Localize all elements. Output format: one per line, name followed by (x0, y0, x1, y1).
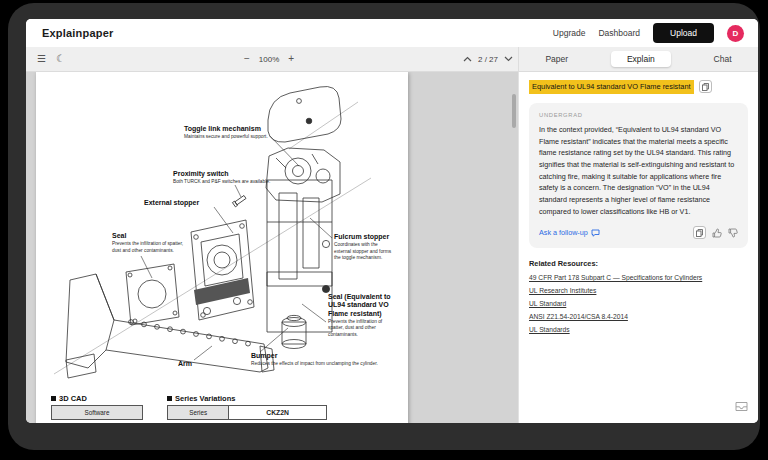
series-header-cell: Series (168, 406, 229, 419)
archive-tray-icon[interactable] (735, 398, 748, 416)
related-link-4[interactable]: ANSI Z21.54-2014/CSA 8.4-2014 (529, 313, 748, 320)
tab-chat[interactable]: Chat (704, 51, 742, 67)
avatar[interactable]: D (727, 25, 744, 42)
explanation-text: In the context provided, “Equivalent to … (539, 124, 738, 217)
viewer-scrollbar[interactable] (512, 94, 516, 128)
panel-tabs: Paper Explain Chat (518, 47, 758, 71)
chat-bubble-icon (591, 229, 600, 237)
dark-mode-icon[interactable]: ☾ (56, 54, 65, 64)
explain-panel: Equivalent to UL94 standard VO Flame res… (518, 72, 758, 423)
zoom-level: 100% (259, 55, 279, 64)
thumbs-up-icon[interactable] (712, 228, 722, 238)
app-window: Explainpaper Upgrade Dashboard Upload D … (26, 19, 758, 423)
ask-followup-link[interactable]: Ask a follow-up (539, 228, 600, 237)
upgrade-link[interactable]: Upgrade (553, 28, 586, 38)
section-3d-cad: 3D CAD (51, 394, 87, 403)
dashboard-link[interactable]: Dashboard (598, 28, 640, 38)
cad-table: Software (51, 405, 143, 420)
label-external-stopper: External stopper (144, 199, 224, 207)
thumbnails-menu-icon[interactable]: ☰ (37, 54, 46, 64)
label-proximity-switch: Proximity switch Both TURCK and P&F swit… (173, 170, 283, 186)
series-value-cell: CKZ2N (229, 406, 326, 419)
series-table: Series CKZ2N (167, 405, 327, 420)
viewer-toolbar: ☰ ☾ − 100% + 2 / 27 Paper Explain Ch (26, 47, 758, 72)
related-link-2[interactable]: UL Research Institutes (529, 287, 748, 294)
label-toggle-link-mechanism: Toggle link mechanism Maintains secure a… (184, 125, 314, 141)
related-link-3[interactable]: UL Standard (529, 300, 748, 307)
pdf-page: Toggle link mechanism Maintains secure a… (36, 72, 408, 423)
cad-software-cell: Software (52, 406, 142, 419)
explanation-card: UNDERGRAD In the context provided, “Equi… (529, 103, 748, 248)
thumbs-down-icon[interactable] (728, 228, 738, 238)
device-frame: Explainpaper Upgrade Dashboard Upload D … (8, 3, 760, 450)
related-link-5[interactable]: UL Standards (529, 326, 748, 333)
label-arm: Arm (178, 360, 212, 368)
tab-explain[interactable]: Explain (611, 51, 671, 67)
section-marker (51, 396, 56, 401)
zoom-in-button[interactable]: + (286, 54, 296, 64)
section-series-variations: Series Variations (167, 394, 235, 403)
copy-explanation-button[interactable] (693, 226, 706, 239)
copy-highlight-button[interactable] (699, 80, 712, 93)
related-link-1[interactable]: 49 CFR Part 178 Subpart C — Specificatio… (529, 274, 748, 281)
section-marker (167, 396, 172, 401)
brand-logo: Explainpaper (42, 27, 113, 39)
upload-button[interactable]: Upload (653, 23, 714, 43)
pdf-viewer: Toggle link mechanism Maintains secure a… (26, 72, 518, 423)
related-resources: Related Resources: 49 CFR Part 178 Subpa… (529, 259, 748, 333)
label-bumper: Bumper Reduces the effects of impact fro… (251, 352, 401, 368)
page-indicator: 2 / 27 (478, 55, 498, 64)
label-seal: Seal Prevents the infiltration of spatte… (112, 232, 186, 254)
label-fulcrum-stopper: Fulcrum stopper Coordinates with the ext… (334, 233, 396, 262)
highlighted-text: Equivalent to UL94 standard VO Flame res… (529, 80, 694, 94)
tab-paper[interactable]: Paper (535, 51, 578, 67)
page-down-icon[interactable] (504, 56, 513, 62)
level-badge: UNDERGRAD (539, 112, 738, 118)
label-seal-ul94: Seal (Equivalent to UL94 standard VO Fla… (328, 293, 392, 338)
top-bar: Explainpaper Upgrade Dashboard Upload D (26, 19, 758, 47)
page-up-icon[interactable] (463, 56, 472, 62)
zoom-out-button[interactable]: − (242, 54, 252, 64)
